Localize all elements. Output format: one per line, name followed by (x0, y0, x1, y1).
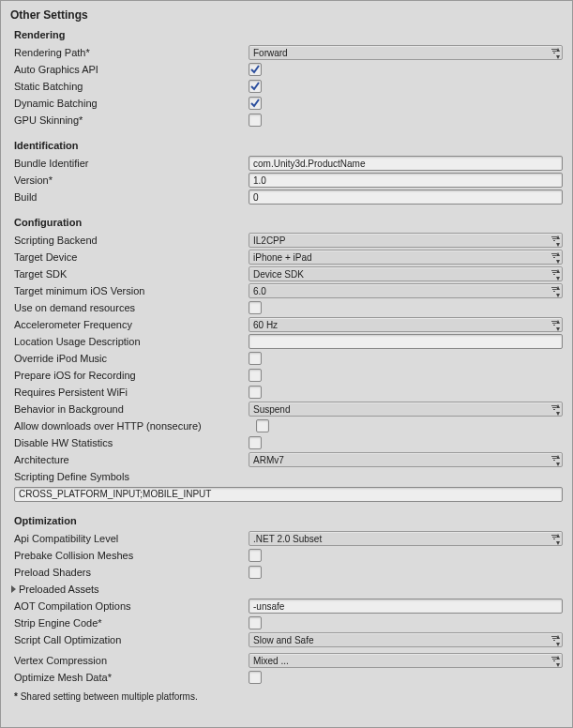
accel-freq-dropdown[interactable]: 60 Hz▴▾ (249, 317, 563, 332)
scripting-backend-dropdown[interactable]: IL2CPP▴▾ (249, 233, 563, 248)
bundle-identifier-input[interactable]: com.Unity3d.ProductName (249, 156, 563, 171)
section-optimization-title: Optimization (8, 513, 565, 530)
preloaded-assets-label: Preloaded Assets (19, 584, 99, 595)
auto-graphics-api-label: Auto Graphics API (14, 64, 249, 75)
target-min-ios-dropdown[interactable]: 6.0▴▾ (249, 283, 563, 298)
strip-engine-checkbox[interactable] (249, 616, 262, 629)
target-device-value: iPhone + iPad (253, 252, 312, 263)
api-compat-value: .NET 2.0 Subset (253, 534, 322, 544)
static-batching-checkbox[interactable] (249, 80, 262, 93)
bg-behavior-label: Behavior in Background (14, 403, 249, 415)
version-label: Version* (14, 174, 249, 186)
allow-http-checkbox[interactable] (256, 419, 269, 432)
location-usage-label: Location Usage Description (14, 336, 249, 347)
target-sdk-value: Device SDK (253, 269, 304, 280)
aot-options-input[interactable]: -unsafe (249, 599, 563, 614)
accel-freq-value: 60 Hz (253, 320, 278, 330)
static-batching-label: Static Batching (14, 81, 249, 92)
target-sdk-label: Target SDK (14, 268, 249, 280)
strip-engine-label: Strip Engine Code* (14, 617, 249, 629)
optimize-mesh-label: Optimize Mesh Data* (14, 672, 249, 683)
vertex-compression-label: Vertex Compression (14, 655, 249, 666)
preload-shaders-label: Preload Shaders (14, 567, 249, 578)
prebake-collision-checkbox[interactable] (249, 549, 262, 562)
build-label: Build (14, 191, 249, 203)
scripting-define-input[interactable]: CROSS_PLATFORM_INPUT;MOBILE_INPUT (14, 487, 563, 502)
chevron-right-icon (11, 585, 16, 593)
rendering-path-dropdown[interactable]: Forward▴▾ (249, 45, 563, 60)
vertex-compression-dropdown[interactable]: Mixed ...▴▾ (249, 653, 563, 668)
use-on-demand-label: Use on demand resources (14, 302, 249, 313)
prepare-recording-label: Prepare iOS for Recording (14, 370, 249, 381)
shared-setting-footnote: * Shared setting between multiple platfo… (8, 686, 565, 705)
use-on-demand-checkbox[interactable] (249, 301, 262, 314)
optimize-mesh-checkbox[interactable] (249, 671, 262, 684)
requires-wifi-checkbox[interactable] (249, 386, 262, 399)
dynamic-batching-checkbox[interactable] (249, 97, 262, 110)
architecture-label: Architecture (14, 454, 249, 465)
requires-wifi-label: Requires Persistent WiFi (14, 387, 249, 398)
section-identification-title: Identification (8, 138, 565, 155)
rendering-path-value: Forward (253, 48, 288, 58)
prebake-collision-label: Prebake Collision Meshes (14, 550, 249, 561)
architecture-value: ARMv7 (253, 455, 284, 465)
preload-shaders-checkbox[interactable] (249, 566, 262, 579)
scripting-backend-value: IL2CPP (253, 235, 285, 246)
override-ipod-checkbox[interactable] (249, 352, 262, 365)
target-sdk-dropdown[interactable]: Device SDK▴▾ (249, 266, 563, 281)
gpu-skinning-label: GPU Skinning* (14, 114, 249, 126)
script-call-opt-label: Script Call Optimization (14, 634, 249, 645)
aot-options-label: AOT Compilation Options (14, 600, 249, 612)
architecture-dropdown[interactable]: ARMv7▴▾ (249, 452, 563, 467)
target-min-ios-value: 6.0 (253, 286, 266, 296)
rendering-path-label: Rendering Path* (14, 47, 249, 58)
script-call-opt-dropdown[interactable]: Slow and Safe▴▾ (249, 632, 563, 647)
preloaded-assets-foldout[interactable]: Preloaded Assets (8, 581, 565, 598)
override-ipod-label: Override iPod Music (14, 353, 249, 364)
disable-hw-stats-checkbox[interactable] (249, 436, 262, 449)
scripting-define-label: Scripting Define Symbols (14, 471, 249, 482)
bundle-identifier-label: Bundle Identifier (14, 158, 249, 169)
prepare-recording-checkbox[interactable] (249, 369, 262, 382)
build-input[interactable]: 0 (249, 190, 563, 205)
accel-freq-label: Accelerometer Frequency (14, 319, 249, 330)
api-compat-label: Api Compatibility Level (14, 533, 249, 544)
scripting-backend-label: Scripting Backend (14, 235, 249, 246)
bg-behavior-dropdown[interactable]: Suspend▴▾ (249, 402, 563, 417)
bg-behavior-value: Suspend (253, 404, 290, 415)
version-input[interactable]: 1.0 (249, 173, 563, 188)
allow-http-label: Allow downloads over HTTP (nonsecure) (14, 420, 256, 432)
target-device-dropdown[interactable]: iPhone + iPad▴▾ (249, 250, 563, 265)
panel-title: Other Settings (8, 5, 565, 27)
vertex-compression-value: Mixed ... (253, 656, 289, 666)
target-min-ios-label: Target minimum iOS Version (14, 285, 249, 296)
location-usage-input[interactable] (249, 334, 563, 349)
target-device-label: Target Device (14, 251, 249, 263)
section-configuration-title: Configuration (8, 215, 565, 232)
api-compat-dropdown[interactable]: .NET 2.0 Subset▴▾ (249, 531, 563, 546)
dynamic-batching-label: Dynamic Batching (14, 98, 249, 109)
gpu-skinning-checkbox[interactable] (249, 114, 262, 127)
disable-hw-stats-label: Disable HW Statistics (14, 437, 249, 448)
script-call-opt-value: Slow and Safe (253, 635, 314, 645)
section-rendering-title: Rendering (8, 27, 565, 44)
auto-graphics-api-checkbox[interactable] (249, 63, 262, 76)
